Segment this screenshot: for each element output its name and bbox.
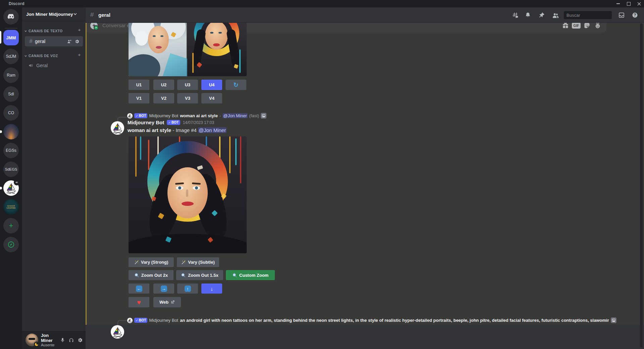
art-shape [239, 49, 241, 73]
zoom-out-2x-button[interactable]: Zoom Out 2x [129, 270, 174, 280]
timestamp: 14/07/2023 17:03 [183, 120, 214, 125]
member-list-icon[interactable] [551, 11, 559, 19]
arrow-right-icon: → [161, 286, 167, 292]
chevron-down-icon [24, 54, 27, 57]
bot-avatar[interactable] [111, 121, 124, 135]
unread-indicator [0, 130, 2, 133]
reply-reference[interactable]: ✓BOT Midjourney Bot an android girl with… [127, 317, 616, 323]
art-shape [192, 53, 194, 73]
refresh-icon: ↻ [233, 82, 238, 88]
bot-avatar [111, 325, 124, 339]
discord-logo-icon [7, 12, 15, 21]
reply-author: Midjourney Bot [149, 113, 178, 118]
check-icon: ✓ [136, 319, 138, 322]
title-bar: Discord [0, 0, 644, 7]
discord-window: Discord JMM SdJM Ram Sdl CO EGSs SdEGS L… [0, 0, 644, 349]
user-settings-button[interactable] [76, 336, 84, 344]
pan-down-button[interactable]: ↓ [201, 283, 222, 294]
minimize-button[interactable] [613, 0, 623, 7]
variation-v4-button[interactable]: V4 [201, 93, 222, 103]
gear-icon [77, 337, 83, 343]
pinned-messages-icon[interactable] [538, 11, 546, 19]
bot-badge: ✓BOT [167, 120, 180, 125]
image-attachment-icon [611, 317, 616, 323]
app-title: Discord [9, 1, 24, 6]
user-avatar[interactable] [26, 334, 38, 346]
close-button[interactable] [634, 0, 644, 7]
variation-v1-button[interactable]: V1 [129, 93, 149, 103]
microphone-icon [60, 337, 65, 343]
voice-channel-geral[interactable]: Geral [25, 60, 83, 71]
zoom-out-15x-button[interactable]: Zoom Out 1.5x [176, 270, 223, 280]
upscale-u1-button[interactable]: U1 [129, 80, 149, 90]
text-channels-section[interactable]: CANAIS DE TEXTO [24, 29, 62, 33]
upscale-u4-button[interactable]: U4 [201, 80, 222, 90]
grid-image-attachment[interactable] [129, 23, 247, 76]
server-night-city[interactable] [3, 124, 19, 139]
maximize-button[interactable] [624, 0, 634, 7]
pan-right-button[interactable]: → [153, 283, 174, 294]
channel-geral[interactable]: # geral [25, 36, 83, 46]
user-info[interactable]: Jon Miner Ausente [41, 333, 58, 347]
open-web-button[interactable]: Web [153, 297, 181, 307]
inbox-icon[interactable] [617, 11, 626, 19]
favorite-button[interactable]: ♥ [129, 297, 149, 307]
magnifier-icon [232, 273, 237, 278]
upscale-u3-button[interactable]: U3 [177, 80, 198, 90]
mute-microphone-button[interactable] [58, 336, 67, 344]
create-text-channel-button[interactable]: + [78, 28, 81, 32]
message-body: woman ai art style - Image #4 @Jon Miner [128, 127, 227, 133]
server-co[interactable]: CO [3, 105, 19, 121]
chat-scrollbar[interactable] [640, 24, 643, 348]
image-attachment-icon [261, 113, 266, 119]
variation-v2-button[interactable]: V2 [153, 93, 174, 103]
voice-channels-section[interactable]: CANAIS DE VOZ [24, 54, 58, 58]
home-button[interactable] [3, 9, 19, 25]
check-icon: ✓ [136, 114, 138, 118]
server-jmm[interactable]: JMM [3, 30, 19, 45]
mention-pill[interactable]: @Jon Miner [198, 127, 227, 133]
channel-title: geral [98, 12, 110, 18]
invite-people-icon[interactable] [67, 39, 72, 44]
vary-subtle-button[interactable]: Vary (Subtle) [177, 257, 219, 267]
channel-header: # geral ? [86, 7, 644, 23]
server-egss[interactable]: EGSs [3, 143, 19, 158]
threads-icon[interactable] [511, 11, 519, 19]
art-shape [213, 43, 220, 46]
notifications-bell-icon[interactable] [524, 11, 532, 19]
reroll-button[interactable]: ↻ [226, 80, 246, 90]
help-icon[interactable]: ? [631, 11, 639, 19]
add-server-button[interactable]: + [3, 218, 19, 233]
server-ram[interactable]: Ram [3, 68, 19, 83]
vary-strong-button[interactable]: Vary (Strong) [129, 257, 174, 267]
pan-left-button[interactable]: ← [129, 283, 149, 294]
upscale-u2-button[interactable]: U2 [153, 80, 174, 90]
headphones-icon [68, 337, 74, 343]
deafen-button[interactable] [67, 336, 76, 344]
explore-servers-button[interactable] [3, 237, 19, 252]
variation-v3-button[interactable]: V3 [177, 93, 198, 103]
server-sdegs[interactable]: SdEGS [3, 162, 19, 177]
server-sdjm[interactable]: SdJM [3, 49, 19, 64]
pan-up-button[interactable]: ↑ [177, 283, 198, 294]
attach-badge [94, 25, 99, 30]
custom-zoom-button[interactable]: Custom Zoom [226, 270, 275, 280]
bot-username[interactable]: Midjourney Bot [128, 120, 164, 125]
bot-mini-avatar [127, 113, 133, 119]
magic-wand-icon [134, 260, 139, 265]
create-voice-channel-button[interactable]: + [78, 53, 81, 56]
server-header[interactable]: Jon Miner Midjourney [22, 7, 86, 21]
reply-author: Midjourney Bot [149, 318, 178, 323]
reply-reference[interactable]: ✓BOT Midjourney Bot woman ai art style -… [127, 113, 266, 119]
rail-divider [5, 28, 17, 29]
server-sailboat[interactable] [3, 180, 19, 196]
unread-indicator [0, 187, 2, 189]
upscaled-image-attachment[interactable] [129, 136, 247, 253]
server-sdl[interactable]: Sdl [3, 86, 19, 102]
chevron-down-icon [24, 30, 27, 33]
channel-settings-gear-icon[interactable] [75, 39, 80, 44]
reply-prompt: an android girl with neon tattoos on her… [180, 318, 609, 323]
check-icon: ✓ [168, 121, 171, 124]
server-league-of-legends[interactable]: LEAGUELEGENDS [3, 199, 19, 215]
mention-pill[interactable]: @Jon Miner [222, 113, 247, 118]
